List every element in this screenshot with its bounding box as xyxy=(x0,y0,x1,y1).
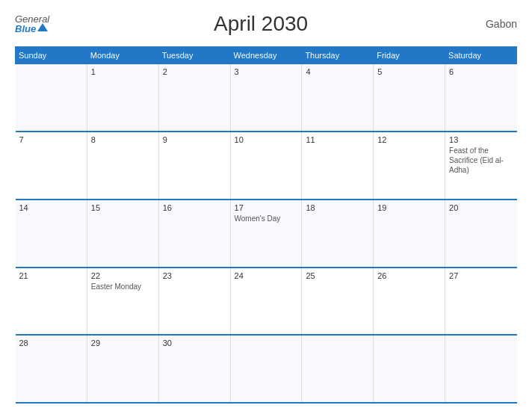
calendar-cell: 9 xyxy=(158,132,230,200)
calendar-cell: 12 xyxy=(374,132,445,200)
day-number: 7 xyxy=(19,135,83,144)
day-number: 8 xyxy=(91,135,155,144)
calendar-event: Women's Day xyxy=(235,214,298,223)
calendar-event: Easter Monday xyxy=(91,282,155,291)
day-number: 10 xyxy=(235,135,298,144)
calendar-cell: 6 xyxy=(445,64,517,132)
day-number: 17 xyxy=(235,203,298,212)
calendar-event: Feast of the Sacrifice (Eid al-Adha) xyxy=(449,146,513,175)
calendar-cell xyxy=(445,335,517,403)
calendar-cell: 29 xyxy=(87,335,158,403)
day-number: 27 xyxy=(449,271,513,280)
calendar-week-row: 78910111213Feast of the Sacrifice (Eid a… xyxy=(16,132,517,200)
day-number: 20 xyxy=(449,203,513,212)
day-number: 16 xyxy=(163,203,226,212)
calendar-cell: 23 xyxy=(158,268,230,336)
day-number: 26 xyxy=(377,271,441,280)
col-sunday: Sunday xyxy=(16,47,87,64)
calendar-header: Sunday Monday Tuesday Wednesday Thursday… xyxy=(16,47,517,64)
page: General Blue April 2030 Gabon Sunday Mon… xyxy=(0,0,532,411)
day-number: 18 xyxy=(306,203,369,212)
calendar-cell: 18 xyxy=(302,200,374,268)
day-number: 9 xyxy=(163,135,226,144)
calendar-cell: 22Easter Monday xyxy=(87,268,158,336)
col-wednesday: Wednesday xyxy=(230,47,302,64)
calendar-cell: 30 xyxy=(158,335,230,403)
day-number: 12 xyxy=(377,135,441,144)
day-number: 30 xyxy=(163,339,226,347)
calendar-week-row: 2122Easter Monday2324252627 xyxy=(16,268,517,336)
calendar-cell: 3 xyxy=(230,64,302,132)
calendar-cell: 10 xyxy=(230,132,302,200)
calendar-cell: 25 xyxy=(302,268,374,336)
calendar-cell: 21 xyxy=(16,268,87,336)
logo-triangle-icon xyxy=(37,23,48,31)
calendar-week-row: 123456 xyxy=(16,64,517,132)
col-tuesday: Tuesday xyxy=(158,47,230,64)
day-number: 14 xyxy=(19,203,83,212)
day-number: 2 xyxy=(163,67,226,76)
calendar-week-row: 14151617Women's Day181920 xyxy=(16,200,517,268)
calendar-cell: 1 xyxy=(87,64,158,132)
header: General Blue April 2030 Gabon xyxy=(15,12,517,36)
calendar-cell: 8 xyxy=(87,132,158,200)
day-number: 15 xyxy=(91,203,155,212)
calendar-cell: 13Feast of the Sacrifice (Eid al-Adha) xyxy=(445,132,517,200)
day-number: 6 xyxy=(449,67,513,76)
calendar-cell: 16 xyxy=(158,200,230,268)
col-friday: Friday xyxy=(374,47,445,64)
day-number: 28 xyxy=(19,339,83,347)
day-number: 23 xyxy=(163,271,226,280)
calendar-body: 12345678910111213Feast of the Sacrifice … xyxy=(16,64,517,404)
calendar-cell xyxy=(302,335,374,403)
calendar-cell: 19 xyxy=(374,200,445,268)
calendar-week-row: 282930 xyxy=(16,335,517,403)
col-monday: Monday xyxy=(87,47,158,64)
day-number: 21 xyxy=(19,271,83,280)
day-number: 19 xyxy=(377,203,441,212)
col-saturday: Saturday xyxy=(445,47,517,64)
country-label: Gabon xyxy=(472,18,517,30)
calendar-table: Sunday Monday Tuesday Wednesday Thursday… xyxy=(15,46,517,404)
calendar-cell: 27 xyxy=(445,268,517,336)
calendar-cell: 2 xyxy=(158,64,230,132)
day-number: 5 xyxy=(377,67,441,76)
calendar-cell: 14 xyxy=(16,200,87,268)
calendar-cell xyxy=(374,335,445,403)
calendar-cell: 26 xyxy=(374,268,445,336)
day-number: 1 xyxy=(91,67,155,76)
day-number: 3 xyxy=(235,67,298,76)
calendar-title: April 2030 xyxy=(49,12,472,36)
day-number: 22 xyxy=(91,271,155,280)
calendar-cell: 17Women's Day xyxy=(230,200,302,268)
calendar-cell: 5 xyxy=(374,64,445,132)
day-number: 29 xyxy=(91,339,155,347)
calendar-cell: 4 xyxy=(302,64,374,132)
calendar-cell xyxy=(16,64,87,132)
day-number: 25 xyxy=(306,271,369,280)
logo: General Blue xyxy=(15,14,49,34)
calendar-cell xyxy=(230,335,302,403)
calendar-cell: 28 xyxy=(16,335,87,403)
calendar-cell: 24 xyxy=(230,268,302,336)
day-number: 13 xyxy=(449,135,513,144)
day-number: 4 xyxy=(306,67,369,76)
day-number: 24 xyxy=(235,271,298,280)
calendar-cell: 11 xyxy=(302,132,374,200)
col-thursday: Thursday xyxy=(302,47,374,64)
calendar-cell: 20 xyxy=(445,200,517,268)
calendar-cell: 7 xyxy=(16,132,87,200)
logo-blue-text: Blue xyxy=(15,24,36,34)
day-number: 11 xyxy=(306,135,369,144)
weekday-header-row: Sunday Monday Tuesday Wednesday Thursday… xyxy=(16,47,517,64)
calendar-cell: 15 xyxy=(87,200,158,268)
